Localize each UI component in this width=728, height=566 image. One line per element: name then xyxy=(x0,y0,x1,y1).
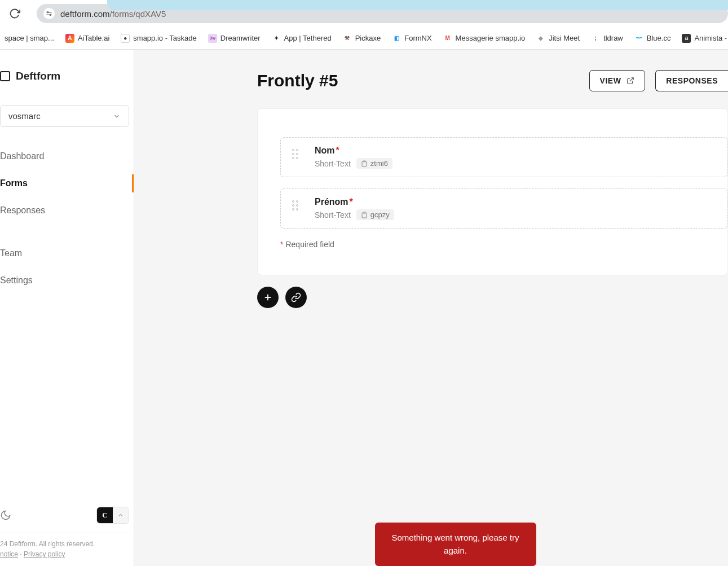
bookmark-item[interactable]: AAiTable.ai xyxy=(65,34,109,43)
field-code-badge[interactable]: gcpzy xyxy=(356,209,394,220)
page-title: Frontly #5 xyxy=(257,71,338,90)
bookmark-item[interactable]: ⚒Pickaxe xyxy=(343,34,381,43)
drag-handle-icon[interactable] xyxy=(292,197,303,210)
legal-notice-link[interactable]: notice xyxy=(0,550,18,558)
external-link-icon xyxy=(626,77,634,85)
view-button[interactable]: VIEW xyxy=(589,70,646,91)
form-field[interactable]: Prénom* Short-Text gcpzy xyxy=(280,188,727,229)
field-type: Short-Text xyxy=(315,210,351,220)
chevron-down-icon xyxy=(113,112,121,120)
bookmark-item[interactable]: ●smapp.io - Taskade xyxy=(121,34,197,43)
theme-dark-button[interactable]: C xyxy=(97,507,113,523)
chevron-up-icon xyxy=(117,512,124,519)
drag-handle-icon[interactable] xyxy=(292,146,303,159)
nav-responses[interactable]: Responses xyxy=(0,197,134,224)
workspace-dropdown[interactable]: vosmarc xyxy=(0,105,129,127)
brand-logo[interactable]: Deftform xyxy=(0,50,134,105)
clipboard-icon xyxy=(361,212,368,218)
form-card: Nom* Short-Text ztmi6 Prénom* xyxy=(257,108,728,275)
svg-point-1 xyxy=(50,14,51,15)
svg-rect-8 xyxy=(363,212,365,213)
error-toast: Something went wrong, please try again. xyxy=(375,523,536,566)
field-type: Short-Text xyxy=(315,159,351,168)
moon-icon[interactable] xyxy=(0,510,11,521)
bookmarks-bar: space | smap... AAiTable.ai ●smapp.io - … xyxy=(0,27,728,50)
sidebar: Deftform vosmarc Dashboard Forms Respons… xyxy=(0,50,134,566)
svg-point-0 xyxy=(47,12,48,13)
nav-forms[interactable]: Forms xyxy=(0,170,134,197)
bookmark-item[interactable]: space | smap... xyxy=(5,34,54,42)
link-icon xyxy=(291,292,301,302)
logo-icon xyxy=(0,71,10,81)
plus-icon xyxy=(263,292,273,302)
nav-team[interactable]: Team xyxy=(0,240,134,267)
bookmark-item[interactable]: ◆Jitsi Meet xyxy=(536,34,580,43)
privacy-link[interactable]: Privacy policy xyxy=(24,550,65,558)
workspace-name: vosmarc xyxy=(8,111,41,121)
field-code-badge[interactable]: ztmi6 xyxy=(356,158,392,169)
responses-button[interactable]: RESPONSES xyxy=(655,70,728,91)
form-field[interactable]: Nom* Short-Text ztmi6 xyxy=(280,137,727,177)
bookmark-item[interactable]: MMessagerie smapp.io xyxy=(443,34,526,43)
bookmark-item[interactable]: ;tldraw xyxy=(591,34,623,43)
url-text: deftform.com/forms/qdXAV5 xyxy=(60,9,166,19)
top-banner xyxy=(107,0,728,10)
link-button[interactable] xyxy=(285,287,307,308)
nav-dashboard[interactable]: Dashboard xyxy=(0,143,134,170)
copyright: 24 Deftform. All rights reserved. notice… xyxy=(0,539,129,559)
bookmark-item[interactable]: 〰Blue.cc xyxy=(634,34,671,43)
theme-light-button[interactable] xyxy=(113,507,129,523)
bookmark-item[interactable]: DwDreamwriter xyxy=(208,34,261,43)
add-field-button[interactable] xyxy=(257,287,279,308)
brand-name: Deftform xyxy=(16,70,60,82)
site-settings-icon[interactable] xyxy=(43,8,55,19)
bookmark-item[interactable]: aAnimista - On-Dem... xyxy=(682,34,728,43)
field-label: Prénom* xyxy=(315,197,716,207)
svg-line-6 xyxy=(630,78,633,81)
bookmark-item[interactable]: ✦App | Tethered xyxy=(272,34,332,43)
reload-button[interactable] xyxy=(8,7,21,20)
required-note: *Required field xyxy=(280,240,727,249)
nav-settings[interactable]: Settings xyxy=(0,267,134,294)
clipboard-icon xyxy=(361,160,368,167)
svg-rect-7 xyxy=(363,161,365,162)
bookmark-item[interactable]: ◧FormNX xyxy=(392,34,431,43)
field-label: Nom* xyxy=(315,146,716,156)
